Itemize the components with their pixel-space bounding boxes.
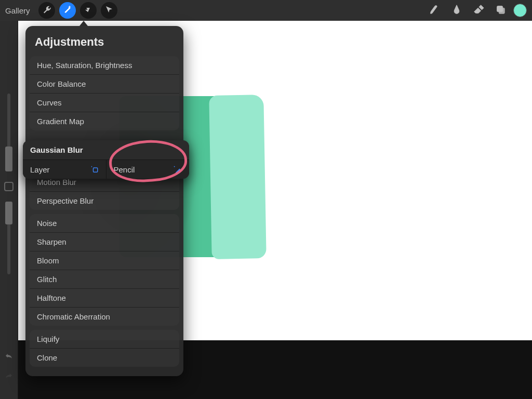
adjust-clone[interactable]: Clone [30,349,179,367]
brush-size-slider[interactable] [7,94,10,171]
panel-title: Adjustments [25,32,183,56]
adjust-chromatic-aberration[interactable]: Chromatic Aberration [30,308,179,326]
adjust-gradient-map[interactable]: Gradient Map [30,112,179,130]
eraser-icon [473,4,484,17]
eraser-tool[interactable] [470,2,487,19]
gaussian-blur-flyout: Gaussian Blur Layer Pencil [23,140,189,179]
redo-button[interactable] [4,372,14,383]
paint-stroke [209,95,266,259]
adjust-color-balance[interactable]: Color Balance [30,75,179,94]
adjust-liquify[interactable]: Liquify [30,330,179,349]
redo-icon [4,374,14,383]
svg-rect-1 [499,8,504,14]
brush-tool[interactable] [426,2,444,19]
sparkle-layer-icon [89,165,99,174]
smudge-icon [451,4,462,17]
adjustments-panel: Adjustments Hue, Saturation, Brightness … [25,26,183,376]
selection-tool[interactable] [80,2,97,19]
adjust-bloom[interactable]: Bloom [30,251,179,270]
slider-mode-toggle[interactable] [4,182,14,191]
smudge-tool[interactable] [448,2,466,19]
sparkle-pencil-icon [172,165,182,174]
svg-rect-2 [93,168,97,172]
gaussian-blur-pencil[interactable]: Pencil [106,159,190,179]
gaussian-blur-layer[interactable]: Layer [23,159,106,179]
undo-button[interactable] [4,352,14,364]
adjust-glitch[interactable]: Glitch [30,270,179,289]
adjust-noise[interactable]: Noise [30,214,179,233]
flyout-option-label: Layer [30,165,50,174]
brush-icon [429,4,441,17]
magic-wand-icon [63,5,72,16]
side-slider-rail [0,21,18,399]
settings-tool[interactable] [38,2,55,19]
undo-icon [4,354,14,363]
brush-opacity-slider[interactable] [7,202,10,274]
adjust-sharpen[interactable]: Sharpen [30,233,179,251]
panel-group-tools: Liquify Clone [30,330,179,367]
adjust-perspective-blur[interactable]: Perspective Blur [30,192,179,210]
adjust-halftone[interactable]: Halftone [30,289,179,308]
selection-icon [84,5,93,16]
adjust-hsb[interactable]: Hue, Saturation, Brightness [30,56,179,75]
wrench-icon [42,5,51,16]
flyout-title: Gaussian Blur [23,140,189,159]
adjust-curves[interactable]: Curves [30,94,179,112]
transform-tool[interactable] [101,2,117,19]
top-toolbar: Gallery [0,0,532,21]
cursor-arrow-icon [104,5,114,16]
layers-tool[interactable] [491,2,509,19]
adjustments-tool[interactable] [59,2,76,19]
layers-icon [495,4,506,17]
color-swatch[interactable] [513,4,527,17]
panel-group-color: Hue, Saturation, Brightness Color Balanc… [30,56,179,130]
dropdown-arrow [79,21,88,26]
gallery-link[interactable]: Gallery [5,6,30,15]
flyout-option-label: Pencil [114,165,135,174]
panel-group-fx: Noise Sharpen Bloom Glitch Halftone Chro… [30,214,179,326]
